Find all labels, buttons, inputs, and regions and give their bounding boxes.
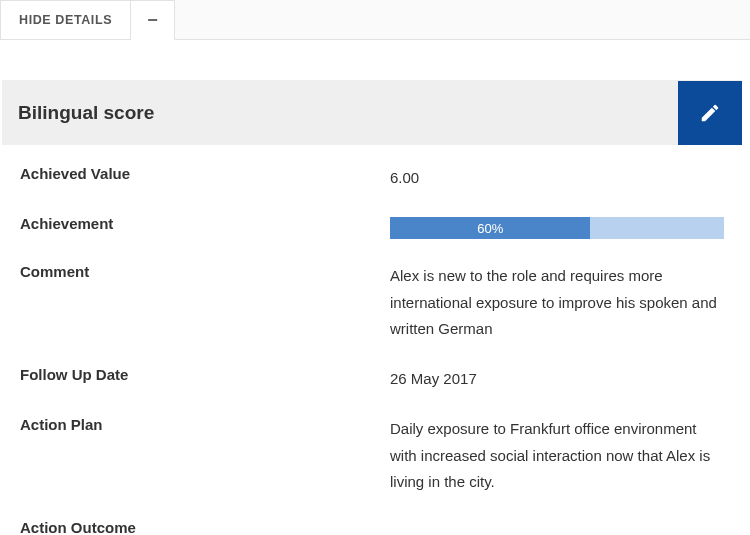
value-achieved-value: 6.00 bbox=[390, 165, 724, 191]
hide-details-label: HIDE DETAILS bbox=[19, 13, 112, 27]
hide-details-tab[interactable]: HIDE DETAILS bbox=[0, 0, 131, 40]
row-action-plan: Action Plan Daily exposure to Frankfurt … bbox=[2, 402, 742, 505]
value-comment: Alex is new to the role and requires mor… bbox=[390, 263, 724, 342]
row-achieved-value: Achieved Value 6.00 bbox=[2, 151, 742, 201]
achievement-progress: 60% bbox=[390, 217, 724, 239]
achievement-progress-fill: 60% bbox=[390, 217, 590, 239]
score-panel: Bilingual score Achieved Value 6.00 Achi… bbox=[2, 80, 742, 535]
row-comment: Comment Alex is new to the role and requ… bbox=[2, 249, 742, 352]
label-achieved-value: Achieved Value bbox=[20, 165, 390, 182]
row-follow-up: Follow Up Date 26 May 2017 bbox=[2, 352, 742, 402]
panel-header: Bilingual score bbox=[2, 81, 742, 145]
label-achievement: Achievement bbox=[20, 215, 390, 232]
panel-title: Bilingual score bbox=[2, 81, 678, 145]
label-comment: Comment bbox=[20, 263, 390, 280]
row-action-outcome: Action Outcome bbox=[2, 505, 742, 535]
achievement-percent-label: 60% bbox=[477, 221, 503, 236]
edit-button[interactable] bbox=[678, 81, 742, 145]
label-follow-up: Follow Up Date bbox=[20, 366, 390, 383]
tab-spacer bbox=[175, 0, 750, 40]
label-action-outcome: Action Outcome bbox=[20, 519, 390, 535]
row-achievement: Achievement 60% bbox=[2, 201, 742, 249]
minus-icon: − bbox=[147, 10, 158, 31]
label-action-plan: Action Plan bbox=[20, 416, 390, 433]
collapse-tab[interactable]: − bbox=[131, 0, 175, 40]
pencil-icon bbox=[699, 102, 721, 124]
value-action-plan: Daily exposure to Frankfurt office envir… bbox=[390, 416, 724, 495]
field-list: Achieved Value 6.00 Achievement 60% Comm… bbox=[2, 145, 742, 535]
value-follow-up: 26 May 2017 bbox=[390, 366, 724, 392]
tab-bar: HIDE DETAILS − bbox=[0, 0, 750, 40]
